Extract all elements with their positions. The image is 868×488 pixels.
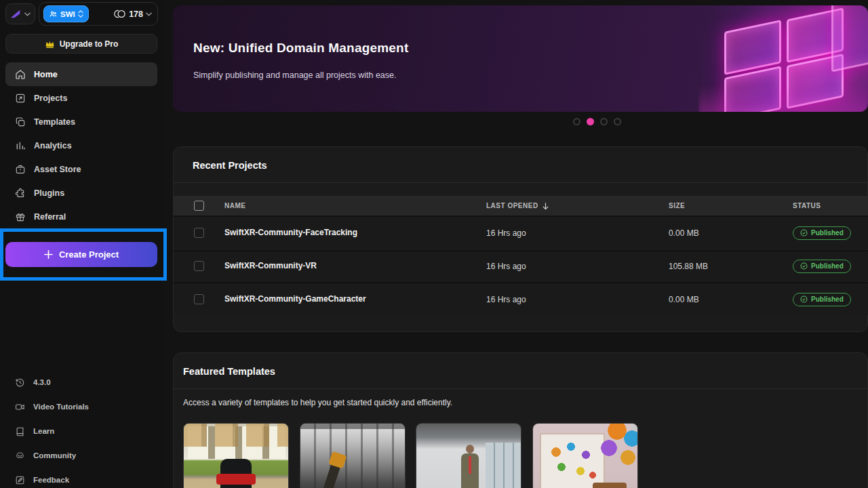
select-all-checkbox[interactable] bbox=[194, 201, 204, 211]
discord-icon bbox=[15, 451, 25, 461]
community-item[interactable]: Community bbox=[5, 443, 157, 468]
nav-label: Projects bbox=[34, 94, 67, 103]
referral-gift-icon bbox=[15, 211, 26, 222]
template-thumbnail-classroom-robot[interactable] bbox=[183, 423, 289, 488]
chevron-down-icon bbox=[24, 12, 31, 16]
carousel-dot-1[interactable] bbox=[573, 118, 580, 125]
workspace-name: SWI bbox=[60, 10, 75, 18]
banner-title: New: Unified Domain Management bbox=[193, 41, 408, 56]
project-row-vr[interactable]: SwiftXR-Community-VR 16 Hrs ago 105.88 M… bbox=[174, 250, 868, 281]
banner-carousel-dots bbox=[573, 118, 621, 125]
sidebar-item-home[interactable]: Home bbox=[5, 62, 157, 86]
recent-projects-title: Recent Projects bbox=[193, 160, 267, 171]
template-thumbnail-birthday-party[interactable] bbox=[532, 423, 638, 488]
carousel-dot-3[interactable] bbox=[600, 118, 608, 125]
project-row-gamecharacter[interactable]: SwiftXR-Community-GameCharacter 16 Hrs a… bbox=[174, 282, 868, 315]
column-label: LAST OPENED bbox=[486, 202, 538, 209]
sidebar-item-plugins[interactable]: Plugins bbox=[5, 181, 157, 205]
recent-projects-card: Recent Projects NAME LAST OPENED SIZE ST… bbox=[173, 146, 868, 332]
credits-counter[interactable]: 178 bbox=[114, 9, 152, 19]
projects-table-header: NAME LAST OPENED SIZE STATUS bbox=[174, 196, 868, 216]
create-project-button[interactable]: Create Project bbox=[5, 242, 157, 267]
chevron-down-icon bbox=[146, 12, 152, 16]
asset-store-icon bbox=[15, 164, 26, 175]
column-name[interactable]: NAME bbox=[224, 202, 486, 209]
sidebar: SWI 178 Upgrade to Pro Home bbox=[0, 0, 163, 488]
promo-banner[interactable]: New: Unified Domain Management Simplify … bbox=[173, 5, 868, 112]
divider bbox=[174, 388, 867, 389]
feedback-item[interactable]: Feedback bbox=[5, 468, 157, 488]
template-thumbnail-office-avatar[interactable] bbox=[416, 423, 521, 488]
plus-icon bbox=[44, 250, 53, 259]
project-name[interactable]: SwiftXR-Community-VR bbox=[224, 261, 317, 270]
row-checkbox[interactable] bbox=[194, 294, 204, 304]
template-thumbnail-industrial-factory[interactable] bbox=[300, 423, 406, 488]
project-size: 0.00 MB bbox=[669, 295, 793, 304]
status-label: Published bbox=[811, 229, 844, 237]
workspace-switcher: SWI 178 bbox=[39, 2, 158, 26]
sidebar-item-referral[interactable]: Referral bbox=[5, 205, 157, 228]
users-icon bbox=[49, 10, 58, 18]
version-history-icon bbox=[15, 378, 25, 388]
banner-subtitle: Simplify publishing and manage all proje… bbox=[193, 70, 396, 80]
app-logo-menu[interactable] bbox=[5, 3, 35, 24]
column-size[interactable]: SIZE bbox=[669, 202, 793, 209]
learn-item[interactable]: Learn bbox=[5, 419, 157, 443]
video-tutorials-item[interactable]: Video Tutorials bbox=[5, 394, 157, 419]
upgrade-to-pro-button[interactable]: Upgrade to Pro bbox=[5, 34, 157, 54]
analytics-icon bbox=[15, 140, 26, 151]
home-icon bbox=[15, 69, 26, 80]
check-circle-icon bbox=[800, 262, 808, 270]
version-history-item[interactable]: 4.3.0 bbox=[5, 370, 157, 394]
projects-icon bbox=[15, 93, 26, 104]
carousel-dot-4[interactable] bbox=[614, 118, 621, 125]
nav-label: Templates bbox=[34, 117, 75, 127]
workspace-select[interactable]: SWI bbox=[43, 5, 89, 22]
featured-templates-card: Featured Templates Access a variety of t… bbox=[173, 352, 868, 488]
row-checkbox[interactable] bbox=[194, 261, 204, 271]
row-checkbox[interactable] bbox=[194, 228, 204, 238]
column-status[interactable]: STATUS bbox=[793, 202, 868, 209]
check-circle-icon bbox=[800, 229, 808, 237]
status-label: Published bbox=[811, 262, 844, 270]
project-name[interactable]: SwiftXR-Community-FaceTracking bbox=[224, 228, 357, 237]
coins-icon bbox=[114, 9, 126, 19]
sidebar-item-projects[interactable]: Projects bbox=[5, 86, 157, 110]
chevrons-up-down-icon bbox=[78, 10, 83, 18]
sidebar-item-asset-store[interactable]: Asset Store bbox=[5, 157, 157, 181]
swiftxr-logo-icon bbox=[10, 9, 22, 19]
column-last-opened[interactable]: LAST OPENED bbox=[486, 202, 669, 210]
nav-label: Plugins bbox=[34, 188, 64, 198]
footer-label: Learn bbox=[33, 427, 54, 435]
project-name[interactable]: SwiftXR-Community-GameCharacter bbox=[224, 294, 366, 304]
book-icon bbox=[15, 426, 25, 436]
sort-desc-icon bbox=[542, 202, 549, 210]
main-content: New: Unified Domain Management Simplify … bbox=[173, 0, 868, 488]
check-circle-icon bbox=[800, 296, 808, 303]
status-badge: Published bbox=[793, 260, 851, 273]
project-size: 105.88 MB bbox=[669, 262, 793, 271]
status-badge: Published bbox=[793, 226, 851, 240]
sidebar-item-analytics[interactable]: Analytics bbox=[5, 134, 157, 157]
project-last-opened: 16 Hrs ago bbox=[486, 295, 669, 304]
project-row-facetracking[interactable]: SwiftXR-Community-FaceTracking 16 Hrs ag… bbox=[174, 216, 868, 249]
sidebar-item-templates[interactable]: Templates bbox=[5, 110, 157, 134]
nav-label: Home bbox=[34, 70, 58, 79]
templates-icon bbox=[15, 117, 26, 127]
divider bbox=[174, 182, 867, 183]
nav-label: Analytics bbox=[34, 141, 72, 150]
featured-templates-title: Featured Templates bbox=[183, 366, 275, 377]
sidebar-footer: 4.3.0 Video Tutorials Learn Community Fe… bbox=[5, 370, 157, 488]
carousel-dot-2-active[interactable] bbox=[587, 118, 594, 125]
plugins-icon bbox=[15, 188, 26, 199]
footer-label: Community bbox=[33, 451, 76, 460]
sidebar-nav: Home Projects Templates Analytics Asset … bbox=[5, 62, 157, 228]
project-size: 0.00 MB bbox=[669, 228, 793, 238]
create-project-label: Create Project bbox=[59, 249, 119, 260]
nav-label: Asset Store bbox=[34, 165, 81, 174]
neon-cubes-illustration bbox=[698, 5, 868, 112]
footer-label: Video Tutorials bbox=[33, 403, 89, 411]
feedback-edit-icon bbox=[15, 475, 25, 485]
project-last-opened: 16 Hrs ago bbox=[486, 262, 669, 271]
project-last-opened: 16 Hrs ago bbox=[486, 228, 669, 238]
